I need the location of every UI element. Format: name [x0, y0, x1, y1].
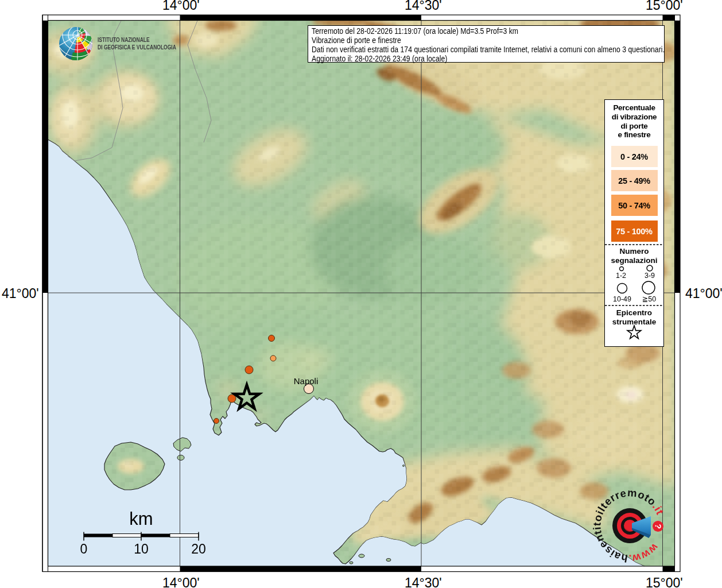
- svg-text:ISTITUTO NAZIONALE: ISTITUTO NAZIONALE: [98, 36, 150, 42]
- svg-text:10: 10: [134, 541, 149, 556]
- svg-text:20: 20: [191, 541, 206, 556]
- svg-text:Numero: Numero: [619, 247, 649, 256]
- svg-text:DI GEOFISICA E VULCANOLOGIA: DI GEOFISICA E VULCANOLOGIA: [98, 44, 176, 51]
- svg-text:?: ?: [653, 523, 663, 529]
- svg-text:Epicentro: Epicentro: [616, 308, 652, 317]
- svg-text:≧50: ≧50: [642, 295, 656, 303]
- svg-text:10-49: 10-49: [613, 295, 631, 303]
- svg-text:segnalazioni: segnalazioni: [611, 256, 657, 265]
- svg-text:Napoli: Napoli: [294, 376, 319, 386]
- svg-text:3-9: 3-9: [645, 272, 655, 280]
- svg-text:km: km: [129, 509, 153, 529]
- svg-text:0: 0: [80, 541, 88, 556]
- svg-text:1-2: 1-2: [616, 272, 626, 280]
